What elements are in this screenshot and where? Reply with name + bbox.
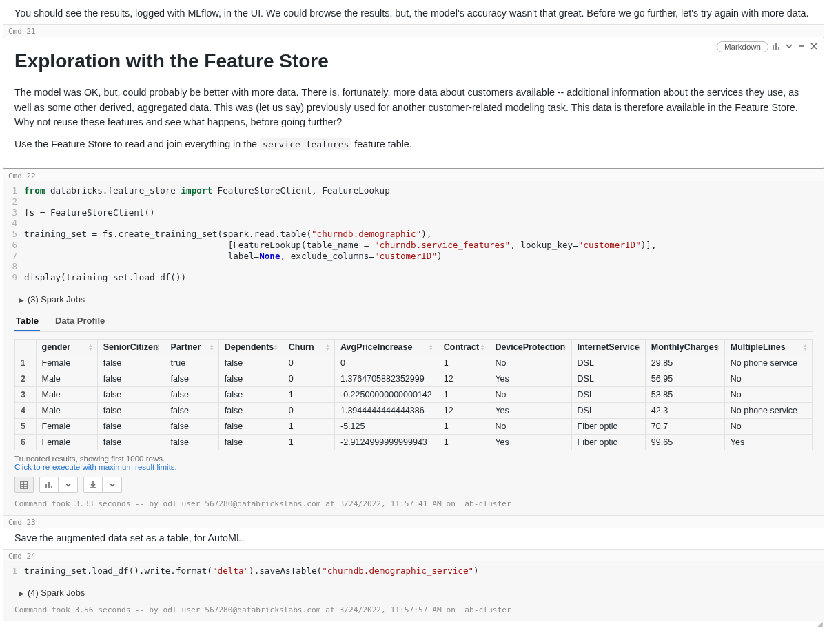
cell: 1 xyxy=(438,386,489,402)
markdown-cell-23: Save the augmented data set as a table, … xyxy=(3,528,824,549)
tab-table[interactable]: Table xyxy=(14,311,40,331)
row-number: 4 xyxy=(15,402,37,418)
sort-icon[interactable]: ▲▼ xyxy=(88,344,93,351)
cell: false xyxy=(218,371,283,386)
cell: No xyxy=(724,386,812,402)
cell: No xyxy=(489,418,571,434)
cell: -2.9124999999999943 xyxy=(334,434,438,450)
language-pill[interactable]: Markdown xyxy=(717,41,768,52)
chevron-down-icon[interactable] xyxy=(785,42,793,52)
result-toolbar xyxy=(14,471,813,496)
command-status: Command took 3.56 seconds -- by odl_user… xyxy=(14,602,813,616)
cell: Fiber optic xyxy=(571,418,645,434)
sort-icon[interactable]: ▲▼ xyxy=(562,344,567,351)
cell: Male xyxy=(36,402,97,418)
output-area: ▶(3) Spark Jobs Table Data Profile gende… xyxy=(3,287,824,515)
column-header[interactable]: MultipleLines▲▼ xyxy=(724,339,812,355)
truncation-note: Truncated results, showing first 1000 ro… xyxy=(14,450,813,463)
cell: 0 xyxy=(334,355,438,371)
cell: 0 xyxy=(283,355,334,371)
cell: 1.3944444444444386 xyxy=(334,402,438,418)
column-header[interactable]: Partner▲▼ xyxy=(165,339,218,355)
caret-right-icon: ▶ xyxy=(19,296,24,304)
command-status: Command took 3.33 seconds -- by odl_user… xyxy=(14,496,813,510)
code-editor[interactable]: 1from databricks.feature_store import Fe… xyxy=(3,181,824,287)
code-cell-22[interactable]: 1from databricks.feature_store import Fe… xyxy=(3,181,824,515)
table-row[interactable]: 1Femalefalsetruefalse001NoDSL29.85No pho… xyxy=(15,355,813,371)
cell: Fiber optic xyxy=(571,434,645,450)
cell: false xyxy=(165,371,218,386)
cell: 56.95 xyxy=(645,371,724,386)
cell-label: Cmd 21 xyxy=(8,28,36,35)
sort-icon[interactable]: ▲▼ xyxy=(325,344,330,351)
table-row[interactable]: 4Malefalsefalsefalse01.39444444444443861… xyxy=(15,402,813,418)
download-button[interactable] xyxy=(83,477,103,493)
table-row[interactable]: 6Femalefalsefalsefalse1-2.91249999999999… xyxy=(15,434,813,450)
sort-icon[interactable]: ▲▼ xyxy=(210,344,214,351)
cell: 12 xyxy=(438,402,489,418)
svg-rect-0 xyxy=(21,481,28,488)
sort-icon[interactable]: ▲▼ xyxy=(803,344,808,351)
result-table[interactable]: gender▲▼SeniorCitizen▲▼Partner▲▼Dependen… xyxy=(14,339,813,450)
cell: false xyxy=(165,434,218,450)
table-row[interactable]: 3Malefalsefalsefalse1-0.2250000000000014… xyxy=(15,386,813,402)
close-icon[interactable] xyxy=(810,42,818,52)
markdown-p1: The model was OK, but, could probably be… xyxy=(14,85,813,129)
cell: 53.85 xyxy=(645,386,724,402)
resize-handle-icon[interactable]: ◢ xyxy=(817,620,823,624)
column-header[interactable]: AvgPriceIncrease▲▼ xyxy=(334,339,438,355)
chart-dropdown-button[interactable] xyxy=(59,477,78,493)
cell-divider-21: Cmd 21 xyxy=(3,24,824,37)
table-row[interactable]: 2Malefalsefalsefalse01.37647058823529991… xyxy=(15,371,813,386)
cell: 1.3764705882352999 xyxy=(334,371,438,386)
sort-icon[interactable]: ▲▼ xyxy=(274,344,278,351)
tab-data-profile[interactable]: Data Profile xyxy=(54,311,106,331)
sort-icon[interactable]: ▲▼ xyxy=(156,344,161,351)
sort-icon[interactable]: ▲▼ xyxy=(480,344,484,351)
code-editor[interactable]: 1training_set.load_df().write.format("de… xyxy=(3,561,824,581)
sort-icon[interactable]: ▲▼ xyxy=(429,344,433,351)
column-header[interactable]: Churn▲▼ xyxy=(283,339,334,355)
column-header[interactable]: InternetService▲▼ xyxy=(571,339,645,355)
intro-markdown: You should see the results, logged with … xyxy=(3,3,824,24)
cell-label: Cmd 22 xyxy=(8,172,36,180)
markdown-cell-focused[interactable]: Markdown Exploration with the Feature St… xyxy=(3,37,824,169)
minimize-icon[interactable] xyxy=(797,42,806,52)
chart-icon[interactable] xyxy=(773,42,781,52)
cell: 70.7 xyxy=(645,418,724,434)
column-header[interactable]: MonthlyCharges▲▼ xyxy=(645,339,724,355)
cell-divider-22: Cmd 22 xyxy=(3,169,824,181)
cell: No phone service xyxy=(724,402,812,418)
cell-toolbar: Markdown xyxy=(717,41,818,52)
sort-icon[interactable]: ▲▼ xyxy=(636,344,641,351)
markdown-p2: Use the Feature Store to read and join e… xyxy=(14,137,813,152)
cell: Yes xyxy=(489,371,571,386)
cell-label: Cmd 23 xyxy=(8,519,36,526)
table-view-button[interactable] xyxy=(14,477,34,493)
column-header[interactable]: SeniorCitizen▲▼ xyxy=(97,339,165,355)
cell: DSL xyxy=(571,386,645,402)
cell-label: Cmd 24 xyxy=(8,552,36,560)
column-header[interactable]: gender▲▼ xyxy=(36,339,97,355)
cell: 1 xyxy=(283,386,334,402)
spark-jobs-toggle[interactable]: ▶(3) Spark Jobs xyxy=(14,289,813,309)
reexecute-link[interactable]: Click to re-execute with maximum result … xyxy=(14,463,813,471)
column-header[interactable]: Contract▲▼ xyxy=(438,339,489,355)
table-corner xyxy=(15,339,37,355)
download-dropdown-button[interactable] xyxy=(103,477,122,493)
sort-icon[interactable]: ▲▼ xyxy=(715,344,720,351)
table-row[interactable]: 5Femalefalsefalsefalse1-5.1251NoFiber op… xyxy=(15,418,813,434)
code-cell-24[interactable]: 1training_set.load_df().write.format("de… xyxy=(3,561,824,621)
cell: false xyxy=(97,418,165,434)
spark-jobs-toggle[interactable]: ▶(4) Spark Jobs xyxy=(14,582,813,602)
cell: Male xyxy=(36,371,97,386)
cell: 1 xyxy=(438,418,489,434)
chart-view-button[interactable] xyxy=(39,477,59,493)
cell: DSL xyxy=(571,402,645,418)
cell: false xyxy=(165,386,218,402)
cell: false xyxy=(165,418,218,434)
column-header[interactable]: Dependents▲▼ xyxy=(218,339,283,355)
cell: No phone service xyxy=(724,355,812,371)
column-header[interactable]: DeviceProtection▲▼ xyxy=(489,339,571,355)
cell: 12 xyxy=(438,371,489,386)
